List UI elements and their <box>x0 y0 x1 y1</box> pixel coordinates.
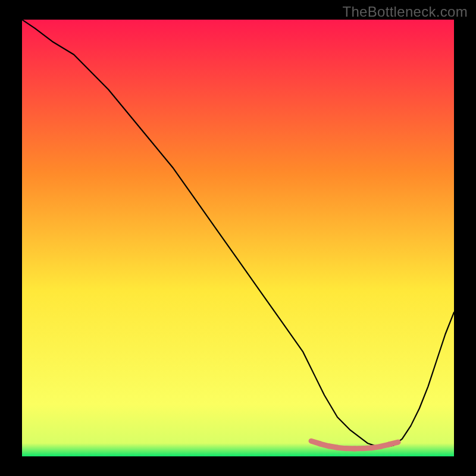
optimal-band-dot <box>389 442 399 444</box>
plot-svg <box>22 20 454 456</box>
watermark-text: TheBottleneck.com <box>342 4 468 20</box>
gradient-background <box>22 20 454 456</box>
chart-frame: TheBottleneck.com <box>0 0 476 476</box>
plot-area <box>22 20 454 456</box>
